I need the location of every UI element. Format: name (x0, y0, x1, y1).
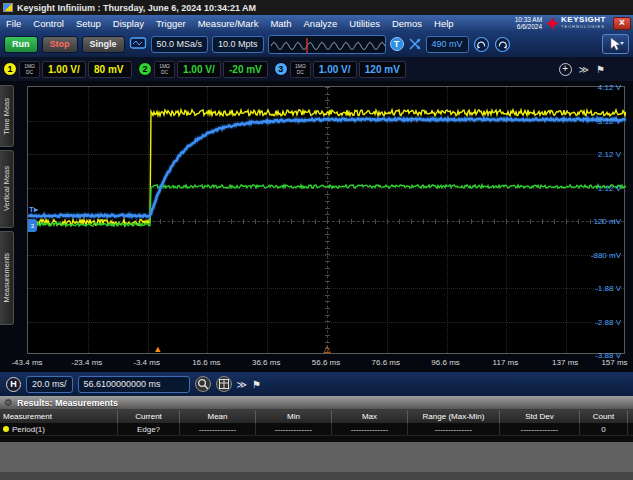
expand-chevrons-icon[interactable]: ≫ (579, 64, 589, 75)
channel-2-group: 21MΩDC1.00 V/-20 mV (138, 61, 268, 78)
sidebar-tab-vertical-meas[interactable]: Vertical Meas (0, 150, 14, 228)
channel-1-badge[interactable]: 1 (3, 62, 17, 76)
time-label: 16.6 ms (192, 358, 220, 367)
hbar-chevrons-icon[interactable]: ≫ (237, 379, 247, 390)
column-header-current: Current (118, 410, 180, 423)
horizontal-zoom-icon[interactable] (195, 376, 211, 392)
menu-item-file[interactable]: File (0, 15, 27, 31)
menu-item-measure-mark[interactable]: Measure/Mark (192, 15, 265, 31)
channel-3-scale-box[interactable]: 1.00 V/ (313, 61, 357, 78)
add-waveform-icon[interactable]: + (559, 63, 572, 76)
trigger-source-badge[interactable]: T (390, 37, 404, 51)
voltage-label: -880 mV (591, 250, 621, 259)
bookmark-flag-icon[interactable]: ⚑ (596, 64, 605, 75)
channel-1-coupling[interactable]: 1MΩDC (19, 61, 40, 78)
results-table-header: MeasurementCurrentMeanMinMaxRange (Max-M… (0, 410, 633, 423)
sample-rate-box[interactable]: 50.0 MSa/s (151, 36, 209, 53)
hbar-flag-icon[interactable]: ⚑ (252, 379, 261, 390)
menu-item-setup[interactable]: Setup (70, 15, 107, 31)
results-table-body: Period(1)Edge?--------------------------… (0, 423, 633, 436)
close-button[interactable]: × (613, 17, 631, 30)
measurement-cell-range: -------------- (408, 423, 500, 435)
trigger-level-box[interactable]: 490 mV (426, 36, 469, 53)
stop-button[interactable]: Stop (42, 36, 78, 53)
voltage-label: 120 mV (593, 217, 621, 226)
sidebar-tab-label: Measurements (2, 253, 11, 303)
channel-2-scale-box[interactable]: 1.00 V/ (177, 61, 221, 78)
column-header-std-dev: Std Dev (500, 410, 580, 423)
single-button[interactable]: Single (82, 36, 125, 53)
channel-2-offset-box[interactable]: -20 mV (223, 61, 268, 78)
channel3-offset-marker[interactable]: 3 (28, 219, 37, 232)
voltage-label: 3.12 V (598, 116, 621, 125)
sidebar-tab-measurements[interactable]: Measurements (0, 231, 14, 325)
measurement-row[interactable]: Period(1)Edge?--------------------------… (0, 423, 633, 436)
channel-3-badge[interactable]: 3 (274, 62, 288, 76)
channel-groups: 11MΩDC1.00 V/80 mV21MΩDC1.00 V/-20 mV31M… (3, 61, 412, 78)
time-label: 137 ms (552, 358, 578, 367)
pointer-mode-button[interactable] (602, 34, 629, 54)
marker-table-icon[interactable] (216, 376, 232, 392)
window-title: Keysight Infiniium : Thursday, June 6, 2… (17, 3, 256, 13)
oscilloscope-app: Keysight Infiniium : Thursday, June 6, 2… (0, 0, 633, 480)
menu-item-control[interactable]: Control (27, 15, 70, 31)
menu-item-display[interactable]: Display (107, 15, 150, 31)
toolbar: Run Stop Single 50.0 MSa/s 10.0 Mpts T (0, 31, 633, 57)
timebase-scale-box[interactable]: 20.0 ms/ (26, 376, 73, 393)
results-table-filler (0, 436, 633, 442)
time-label: 117 ms (493, 358, 519, 367)
channel-1-offset-box[interactable]: 80 mV (88, 61, 132, 78)
bottom-strip (0, 472, 633, 480)
trigger-time-marker-icon[interactable]: ▲ (153, 345, 162, 354)
trigger-level-marker[interactable]: T▸ (29, 204, 38, 213)
time-label: 157 ms (601, 358, 627, 367)
column-header-max: Max (332, 410, 408, 423)
horizontal-badge[interactable]: H (6, 377, 21, 392)
time-label: -3.4 ms (133, 358, 160, 367)
sidebar-tab-time-meas[interactable]: Time Meas (0, 85, 14, 147)
measurement-cell-std: -------------- (500, 423, 580, 435)
app-icon (3, 3, 13, 12)
channel2-trace (28, 185, 626, 226)
channel-2-coupling[interactable]: 1MΩDC (154, 61, 175, 78)
waveform-traces (28, 87, 626, 355)
menu-item-math[interactable]: Math (264, 15, 297, 31)
horizontal-bar: H 20.0 ms/ 56.6100000000 ms ≫ ⚑ (0, 372, 633, 396)
time-label: 56.6 ms (312, 358, 340, 367)
channel-3-offset-box[interactable]: 120 mV (359, 61, 406, 78)
time-label: 96.6 ms (431, 358, 459, 367)
redo-icon[interactable] (494, 36, 511, 53)
horizontal-position-box[interactable]: 56.6100000000 ms (78, 376, 190, 393)
channel-1-scale-box[interactable]: 1.00 V/ (42, 61, 86, 78)
sidebar-tab-label: Vertical Meas (2, 166, 11, 211)
menu-item-demos[interactable]: Demos (386, 15, 428, 31)
delay-reference-marker-icon[interactable]: △ (324, 345, 331, 354)
menu-item-trigger[interactable]: Trigger (150, 15, 192, 31)
cursor-arrow-icon (608, 37, 624, 52)
trigger-setup-icon[interactable] (408, 37, 422, 51)
channel-3-coupling[interactable]: 1MΩDC (290, 61, 311, 78)
time-label: -23.4 ms (71, 358, 102, 367)
column-header-measurement: Measurement (0, 410, 118, 423)
undo-icon[interactable] (473, 36, 490, 53)
coupling-mode: DC (297, 69, 304, 75)
title-bar: Keysight Infiniium : Thursday, June 6, 2… (0, 0, 633, 15)
column-header-range-max-min-: Range (Max-Min) (408, 410, 500, 423)
memory-depth-box[interactable]: 10.0 Mpts (212, 36, 264, 53)
brand-sub: TECHNOLOGIES (561, 23, 606, 30)
time-axis-labels: -43.4 ms-23.4 ms-3.4 ms16.6 ms36.6 ms56.… (27, 358, 625, 370)
display-settings-icon[interactable] (129, 36, 147, 52)
menu-item-analyze[interactable]: Analyze (298, 15, 344, 31)
menu-item-help[interactable]: Help (428, 15, 460, 31)
run-button[interactable]: Run (4, 36, 38, 53)
waveform-grid[interactable]: 4.12 V3.12 V2.12 V1.12 V120 mV-880 mV-1.… (27, 86, 625, 354)
measurement-cell-mean: -------------- (180, 423, 256, 435)
keysight-spark-icon (546, 17, 559, 30)
measurement-cell-min: -------------- (256, 423, 332, 435)
gear-icon[interactable]: ⚙ (4, 398, 13, 408)
results-header[interactable]: ⚙ Results: Measurements (0, 396, 633, 410)
menu-item-utilities[interactable]: Utilities (343, 15, 386, 31)
channel-2-badge[interactable]: 2 (138, 62, 152, 76)
clock: 10:33 AM 6/6/2024 (515, 16, 542, 30)
acquisition-preview[interactable] (268, 35, 386, 54)
